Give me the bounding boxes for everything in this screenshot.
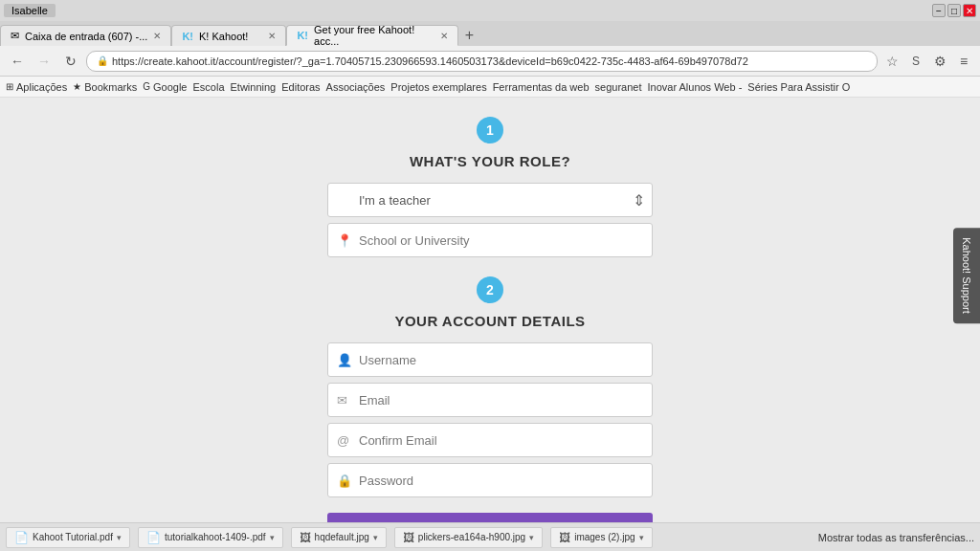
bookmark-star-button[interactable]: ☆ xyxy=(881,51,902,72)
bookmark-projetos[interactable]: Projetos exemplares xyxy=(390,81,486,93)
username-input[interactable] xyxy=(327,342,653,377)
role-select-group: I'm a teacher I'm a student ⇕ xyxy=(327,183,653,217)
download-item-3[interactable]: 🖼 hqdefault.jpg ▾ xyxy=(291,527,387,548)
bookmarks-bar: ⊞ Aplicações ★ Bookmarks G Google Escola… xyxy=(0,77,980,98)
bookmark-inovar[interactable]: Inovar Alunos Web - xyxy=(647,81,742,93)
email-input-group: ✉ xyxy=(327,383,653,417)
tab-kahoot-label: K! Kahoot! xyxy=(199,31,248,42)
bookmark-bookmarks[interactable]: ★ Bookmarks xyxy=(73,81,137,93)
tab-register-close[interactable]: ✕ xyxy=(440,31,448,41)
menu-button[interactable]: ≡ xyxy=(953,51,974,72)
download-label-2: tutorialkahoot-1409-.pdf xyxy=(165,532,266,542)
download-label-3: hqdefault.jpg xyxy=(315,532,369,542)
lock-field-icon: 🔒 xyxy=(337,474,352,488)
tab-inbox-label: Caixa de entrada (607) -... xyxy=(25,31,147,42)
confirm-email-input-group: @ xyxy=(327,423,653,457)
map-pin-icon: 📍 xyxy=(337,233,352,248)
school-input[interactable] xyxy=(327,223,653,257)
tab-register-icon: K! xyxy=(297,30,308,41)
role-select[interactable]: I'm a teacher I'm a student xyxy=(327,183,653,217)
bookmark-associacoes[interactable]: Associações xyxy=(326,81,386,93)
downloads-bar: 📄 Kahoot Tutorial.pdf ▾ 📄 tutorialkahoot… xyxy=(0,522,980,551)
bookmark-aplicacoes[interactable]: ⊞ Aplicações xyxy=(6,81,67,93)
back-button[interactable]: ← xyxy=(6,50,29,73)
tab-kahoot-icon: K! xyxy=(182,31,193,42)
bookmark-etwinning[interactable]: Etwinning xyxy=(231,81,277,93)
download-label-4: plickers-ea164a-h900.jpg xyxy=(418,532,525,542)
confirm-email-input[interactable] xyxy=(327,423,653,457)
address-bar: ← → ↻ 🔒 https://create.kahoot.it/account… xyxy=(0,46,980,77)
download-item-4[interactable]: 🖼 plickers-ea164a-h900.jpg ▾ xyxy=(394,527,543,548)
download-label-1: Kahoot Tutorial.pdf xyxy=(33,532,113,542)
url-text: https://create.kahoot.it/account/registe… xyxy=(112,55,748,67)
tab-inbox-close[interactable]: ✕ xyxy=(153,31,161,41)
create-account-button[interactable]: CREATE ACCOUNT xyxy=(327,513,653,522)
email-input[interactable] xyxy=(327,383,653,417)
bookmark-series[interactable]: Séries Para Assistir O xyxy=(747,81,850,93)
download-chevron-5[interactable]: ▾ xyxy=(639,533,644,542)
title-bar: Isabelle − □ ✕ xyxy=(0,0,980,21)
refresh-button[interactable]: ↻ xyxy=(59,50,82,73)
support-tab[interactable]: Kahoot! Support xyxy=(953,228,980,323)
download-chevron-2[interactable]: ▾ xyxy=(270,533,275,542)
close-button[interactable]: ✕ xyxy=(963,4,976,17)
pdf-icon-2: 📄 xyxy=(146,531,161,544)
title-bar-right: − □ ✕ xyxy=(932,4,976,17)
download-item-5[interactable]: 🖼 images (2).jpg ▾ xyxy=(550,527,652,548)
tab-register[interactable]: K! Get your free Kahoot! acc... ✕ xyxy=(286,25,458,46)
register-form: 1 WHAT'S YOUR ROLE? I'm a teacher I'm a … xyxy=(327,117,653,503)
username-input-group: 👤 xyxy=(327,342,653,377)
school-input-group: 📍 xyxy=(327,223,653,257)
new-tab-button[interactable]: + xyxy=(458,25,479,46)
bookmark-seguranet[interactable]: seguranet xyxy=(595,81,642,93)
support-tab-label: Kahoot! Support xyxy=(961,237,972,314)
bookmark-escola[interactable]: Escola xyxy=(193,81,225,93)
password-input[interactable] xyxy=(327,463,653,497)
img-icon-3: 🖼 xyxy=(559,531,570,544)
tab-kahoot[interactable]: K! K! Kahoot! ✕ xyxy=(171,25,286,46)
url-bar[interactable]: 🔒 https://create.kahoot.it/account/regis… xyxy=(86,51,878,72)
title-bar-left: Isabelle xyxy=(4,4,56,17)
bookmark-google[interactable]: G Google xyxy=(143,81,187,93)
img-icon-2: 🖼 xyxy=(403,531,414,544)
tab-inbox[interactable]: ✉ Caixa de entrada (607) -... ✕ xyxy=(0,25,171,46)
lock-icon: 🔒 xyxy=(97,55,108,66)
forward-button[interactable]: → xyxy=(33,50,56,73)
apps-icon: ⊞ xyxy=(6,81,13,92)
envelope-icon: ✉ xyxy=(337,393,347,408)
at-icon: @ xyxy=(337,433,349,448)
download-item-2[interactable]: 📄 tutorialkahoot-1409-.pdf ▾ xyxy=(138,527,283,548)
extensions-button[interactable]: ⚙ xyxy=(929,51,950,72)
tab-kahoot-close[interactable]: ✕ xyxy=(268,31,276,41)
tabs-bar: ✉ Caixa de entrada (607) -... ✕ K! K! Ka… xyxy=(0,21,980,46)
img-icon-1: 🖼 xyxy=(300,531,311,544)
google-icon: G xyxy=(143,81,150,92)
show-all-downloads-button[interactable]: Mostrar todas as transferências... xyxy=(818,532,974,543)
step1-title: WHAT'S YOUR ROLE? xyxy=(327,153,653,169)
star-icon: ★ xyxy=(73,81,81,92)
step2-title: YOUR ACCOUNT DETAILS xyxy=(327,313,653,329)
step2-badge: 2 xyxy=(477,276,503,303)
user-icon: 👤 xyxy=(337,353,352,367)
content-area: 1 WHAT'S YOUR ROLE? I'm a teacher I'm a … xyxy=(0,98,980,522)
tab-inbox-icon: ✉ xyxy=(11,30,19,42)
pdf-icon-1: 📄 xyxy=(14,531,29,544)
download-chevron-3[interactable]: ▾ xyxy=(373,533,378,542)
maximize-button[interactable]: □ xyxy=(947,4,961,17)
download-item-1[interactable]: 📄 Kahoot Tutorial.pdf ▾ xyxy=(6,527,130,548)
bookmark-ferramentas[interactable]: Ferramentas da web xyxy=(493,81,590,93)
nav-icons: ☆ S ⚙ ≡ xyxy=(881,51,974,72)
skype-icon[interactable]: S xyxy=(905,51,926,72)
password-input-group: 🔒 xyxy=(327,463,653,497)
bookmark-editoras[interactable]: Editoras xyxy=(281,81,320,93)
minimize-button[interactable]: − xyxy=(932,4,946,17)
download-chevron-1[interactable]: ▾ xyxy=(117,533,122,542)
user-label: Isabelle xyxy=(4,4,56,17)
step2-section: 2 YOUR ACCOUNT DETAILS 👤 ✉ @ 🔒 CREATE AC… xyxy=(327,276,653,522)
download-chevron-4[interactable]: ▾ xyxy=(529,533,534,542)
step1-badge: 1 xyxy=(477,117,503,143)
tab-register-label: Get your free Kahoot! acc... xyxy=(314,24,434,47)
download-label-5: images (2).jpg xyxy=(574,532,635,542)
